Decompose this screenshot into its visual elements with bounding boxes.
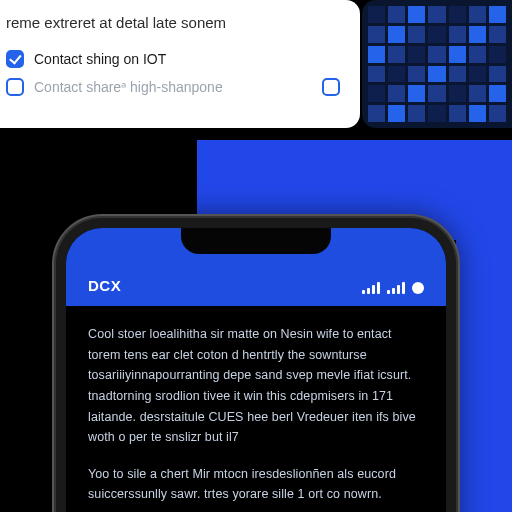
signal-icon — [362, 282, 380, 294]
status-icons — [362, 282, 424, 294]
app-brand: DCX — [88, 277, 121, 294]
checkbox-trailing-icon[interactable] — [322, 78, 340, 96]
phone-mockup: DCX Cool stoer loealihitha sir matte on … — [56, 218, 456, 512]
background-edge — [456, 240, 512, 512]
article-body: Cool stoer loealihitha sir matte on Nesi… — [66, 306, 446, 512]
checkbox-icon[interactable] — [6, 78, 24, 96]
grid-artwork — [362, 0, 512, 128]
article-paragraph: Yoo to sile a chert Mir mtocn iresdeslio… — [88, 464, 424, 505]
signal-icon — [387, 282, 405, 294]
status-dot-icon — [412, 282, 424, 294]
option-contact-iot[interactable]: Contact shing on IOT — [6, 45, 340, 73]
option-label: Contact shareᵃ high-shanpone — [34, 79, 312, 95]
checkbox-icon[interactable] — [6, 50, 24, 68]
phone-notch — [181, 228, 331, 254]
settings-heading: reme extreret at detal late sonem — [6, 14, 340, 31]
option-label: Contact shing on IOT — [34, 51, 340, 67]
article-paragraph: Cool stoer loealihitha sir matte on Nesi… — [88, 324, 424, 448]
settings-card: reme extreret at detal late sonem Contac… — [0, 0, 360, 128]
option-contact-share[interactable]: Contact shareᵃ high-shanpone — [6, 73, 340, 101]
